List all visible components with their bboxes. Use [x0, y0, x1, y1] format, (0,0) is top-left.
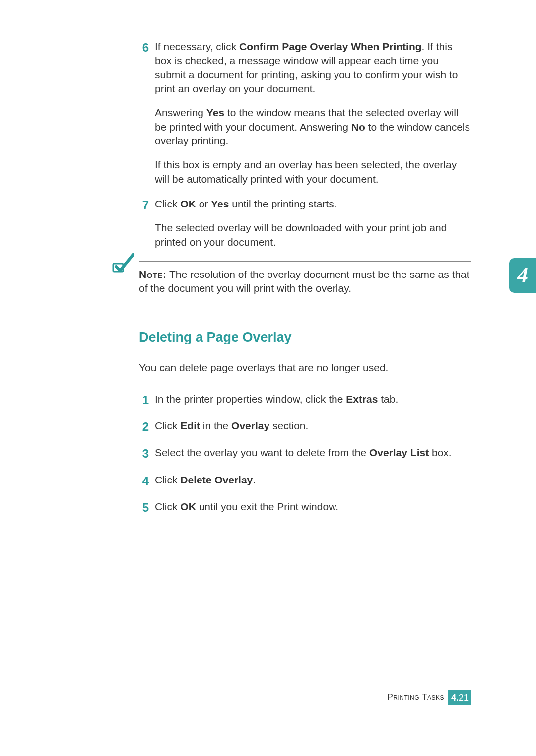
bold-text: Edit — [180, 420, 200, 431]
step-item: 6If necessary, click Confirm Page Overla… — [139, 40, 471, 186]
text-run: The selected overlay will be downloaded … — [155, 222, 447, 247]
bold-text: OK — [180, 501, 196, 512]
step-paragraph: Click OK or Yes until the printing start… — [155, 197, 471, 211]
note-callout: Note: The resolution of the overlay docu… — [139, 261, 471, 303]
step-number: 2 — [139, 419, 155, 435]
step-body: Click OK until you exit the Print window… — [155, 500, 471, 516]
note-text: Note: The resolution of the overlay docu… — [139, 269, 469, 294]
bold-text: OK — [180, 198, 196, 209]
chapter-tab: 4 — [509, 258, 536, 293]
bold-text: No — [351, 121, 365, 133]
step-body: Click Delete Overlay. — [155, 473, 471, 489]
text-run: box. — [429, 447, 452, 458]
bold-text: Confirm Page Overlay When Printing — [239, 41, 422, 52]
step-item: 5Click OK until you exit the Print windo… — [139, 500, 471, 516]
footer-page-badge: 4.21 — [448, 690, 471, 705]
step-number: 1 — [139, 392, 155, 408]
step-body: Click Edit in the Overlay section. — [155, 419, 471, 435]
section-intro: You can delete page overlays that are no… — [139, 361, 471, 375]
step-paragraph: Click OK until you exit the Print window… — [155, 500, 471, 514]
step-paragraph: Click Edit in the Overlay section. — [155, 419, 471, 433]
section-heading: Deleting a Page Overlay — [139, 328, 471, 346]
bold-text: Delete Overlay — [180, 474, 253, 485]
step-paragraph: Select the overlay you want to delete fr… — [155, 446, 471, 460]
text-run: In the printer properties window, click … — [155, 393, 346, 405]
text-run: If this box is empty and an overlay has … — [155, 159, 457, 184]
step-number: 4 — [139, 473, 155, 489]
step-paragraph: If necessary, click Confirm Page Overlay… — [155, 40, 471, 96]
footer-section-title: Printing Tasks — [387, 692, 444, 703]
text-run: until the printing starts. — [229, 198, 336, 209]
step-item: 3Select the overlay you want to delete f… — [139, 446, 471, 462]
step-body: If necessary, click Confirm Page Overlay… — [155, 40, 471, 186]
text-run: Click — [155, 420, 180, 431]
text-run: until you exit the Print window. — [196, 501, 338, 512]
note-label: Note: — [139, 269, 167, 280]
step-paragraph: If this box is empty and an overlay has … — [155, 158, 471, 186]
footer-page: 21 — [459, 693, 469, 703]
step-body: Select the overlay you want to delete fr… — [155, 446, 471, 462]
text-run: Click — [155, 198, 180, 209]
text-run: in the — [200, 420, 231, 431]
text-run: tab. — [378, 393, 398, 405]
text-run: . — [253, 474, 256, 485]
bold-text: Yes — [206, 107, 224, 118]
step-number: 5 — [139, 500, 155, 516]
bold-text: Overlay — [231, 420, 269, 431]
step-paragraph: The selected overlay will be downloaded … — [155, 221, 471, 249]
text-run: Answering — [155, 107, 206, 118]
step-body: In the printer properties window, click … — [155, 392, 471, 408]
step-item: 2Click Edit in the Overlay section. — [139, 419, 471, 435]
bold-text: Extras — [346, 393, 378, 405]
text-run: or — [196, 198, 211, 209]
bold-text: Overlay List — [369, 447, 429, 458]
text-run: Select the overlay you want to delete fr… — [155, 447, 369, 458]
text-run: section. — [269, 420, 308, 431]
step-item: 1In the printer properties window, click… — [139, 392, 471, 408]
footer-chapter: 4. — [451, 693, 459, 703]
step-item: 4Click Delete Overlay. — [139, 473, 471, 489]
step-body: Click OK or Yes until the printing start… — [155, 197, 471, 249]
text-run: Click — [155, 501, 180, 512]
bold-text: Yes — [211, 198, 229, 209]
step-paragraph: Answering Yes to the window means that t… — [155, 106, 471, 148]
step-paragraph: In the printer properties window, click … — [155, 392, 471, 406]
step-number: 7 — [139, 197, 155, 249]
page-footer: Printing Tasks 4.21 — [387, 690, 471, 705]
text-run: If necessary, click — [155, 41, 239, 52]
note-body: The resolution of the overlay document m… — [139, 269, 469, 294]
step-number: 3 — [139, 446, 155, 462]
text-run: Click — [155, 474, 180, 485]
step-paragraph: Click Delete Overlay. — [155, 473, 471, 487]
step-item: 7Click OK or Yes until the printing star… — [139, 197, 471, 249]
checkmark-icon — [111, 253, 136, 281]
step-number: 6 — [139, 40, 155, 186]
